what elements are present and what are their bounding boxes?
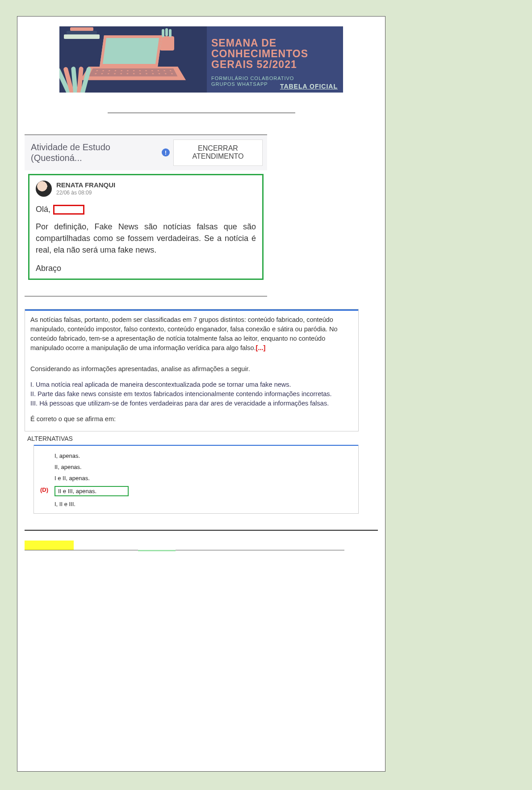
banner-title-line3: GERAIS 52/2021 bbox=[211, 59, 339, 70]
author-date: 22/06 às 08:09 bbox=[56, 190, 115, 196]
banner-title-line2: CONHECIMENTOS bbox=[211, 48, 339, 59]
divider bbox=[108, 113, 295, 113]
bottom-divider bbox=[25, 530, 378, 531]
banner-sub-line1: FORMULÁRIO COLABORATIVO bbox=[211, 76, 294, 81]
highlight-letter-d: (D) bbox=[40, 486, 48, 493]
chat-message: RENATA FRANQUI 22/06 às 08:09 Olá, Por d… bbox=[28, 174, 264, 280]
chat-body-wrap: RENATA FRANQUI 22/06 às 08:09 Olá, Por d… bbox=[25, 170, 267, 283]
chat-header: Atividade de Estudo (Questioná... ! ENCE… bbox=[25, 135, 267, 170]
question-prompt: É correto o que se afirma em: bbox=[30, 414, 353, 424]
encerrar-atendimento-button[interactable]: ENCERRAR ATENDIMENTO bbox=[173, 139, 263, 166]
page-frame: SEMANA DE CONHECIMENTOS GERAIS 52/2021 F… bbox=[17, 16, 385, 772]
banner-illustration bbox=[59, 26, 207, 93]
statement-i: I. Uma notícia real aplicada de maneira … bbox=[30, 380, 353, 389]
redacted-name-box bbox=[53, 205, 84, 215]
alternative-e[interactable]: I, II e III. bbox=[54, 499, 358, 510]
statements: I. Uma notícia real aplicada de maneira … bbox=[30, 380, 353, 408]
chat-greeting: Olá, bbox=[36, 205, 256, 215]
laptop-icon bbox=[88, 35, 178, 84]
alternative-c[interactable]: I e II, apenas. bbox=[54, 473, 358, 484]
chat-author: RENATA FRANQUI 22/06 às 08:09 bbox=[36, 181, 256, 197]
question-context: As notícias falsas, portanto, podem ser … bbox=[30, 316, 338, 351]
banner-title-line1: SEMANA DE bbox=[211, 38, 339, 48]
author-name: RENATA FRANQUI bbox=[56, 181, 115, 189]
statement-iii: III. Há pessoas que utilizam-se de fonte… bbox=[30, 399, 353, 408]
tabela-oficial-link[interactable]: TABELA OFICIAL bbox=[280, 83, 338, 90]
leaves-icon bbox=[59, 58, 97, 93]
alternative-d[interactable]: (D) II e III, apenas. bbox=[54, 484, 358, 499]
question-card: As notícias falsas, portanto, podem ser … bbox=[25, 309, 359, 514]
banner-title: SEMANA DE CONHECIMENTOS GERAIS 52/2021 bbox=[211, 38, 339, 70]
alternatives-header: ALTERNATIVAS bbox=[25, 431, 359, 445]
header-banner: SEMANA DE CONHECIMENTOS GERAIS 52/2021 F… bbox=[59, 26, 343, 93]
chat-title: Atividade de Estudo (Questioná... bbox=[31, 142, 162, 163]
info-icon[interactable]: ! bbox=[162, 148, 170, 156]
chat-signoff: Abraço bbox=[36, 264, 256, 273]
yellow-highlight bbox=[25, 541, 74, 550]
alternative-d-highlight: II e III, apenas. bbox=[54, 486, 129, 496]
statement-ii: II. Parte das fake news consiste em text… bbox=[30, 389, 353, 399]
alternative-a[interactable]: I, apenas. bbox=[54, 450, 358, 461]
ellipsis: [...] bbox=[256, 344, 266, 351]
alternative-b[interactable]: II, apenas. bbox=[54, 461, 358, 473]
chat-screenshot: Atividade de Estudo (Questioná... ! ENCE… bbox=[25, 135, 267, 296]
avatar bbox=[36, 181, 52, 197]
chat-body-text: Por definição, Fake News são notícias fa… bbox=[36, 221, 256, 256]
greeting-text: Olá, bbox=[36, 205, 50, 214]
bottom-underline bbox=[25, 550, 344, 550]
question-lead: Considerando as informações apresentadas… bbox=[30, 364, 353, 374]
green-mark bbox=[138, 550, 176, 551]
alternatives-box: I, apenas. II, apenas. I e II, apenas. (… bbox=[34, 445, 359, 514]
